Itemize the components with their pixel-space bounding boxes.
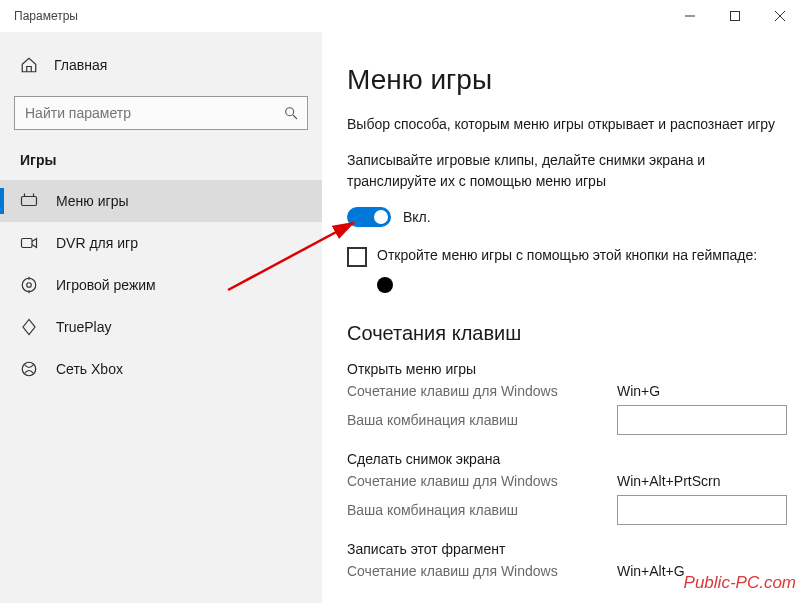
- svg-rect-6: [22, 197, 37, 206]
- sidebar-item-label: Сеть Xbox: [56, 361, 123, 377]
- shortcut-win-value: Win+G: [617, 383, 660, 399]
- shortcut-title: Сделать снимок экрана: [347, 451, 792, 467]
- shortcut-user-label: Ваша комбинация клавиш: [347, 412, 617, 428]
- gamepad-checkbox[interactable]: [347, 247, 367, 267]
- game-bar-toggle[interactable]: [347, 207, 391, 227]
- trueplay-icon: [20, 318, 38, 336]
- home-icon: [20, 56, 38, 74]
- sidebar-home[interactable]: Главная: [0, 46, 322, 84]
- sidebar-item-game-bar[interactable]: Меню игры: [0, 180, 322, 222]
- svg-rect-9: [22, 239, 33, 248]
- shortcut-user-label: Ваша комбинация клавиш: [347, 502, 617, 518]
- xbox-button-icon: [377, 277, 393, 293]
- sidebar-item-label: Меню игры: [56, 193, 129, 209]
- shortcut-win-label: Сочетание клавиш для Windows: [347, 473, 617, 489]
- sidebar-section-title: Игры: [0, 142, 322, 180]
- page-description-2: Записывайте игровые клипы, делайте снимк…: [347, 150, 787, 191]
- sidebar: Главная Игры Меню игры DVR для игр И: [0, 32, 322, 603]
- svg-rect-1: [730, 12, 739, 21]
- search-icon: [283, 105, 299, 121]
- svg-point-11: [27, 283, 32, 288]
- shortcut-group-screenshot: Сделать снимок экрана Сочетание клавиш д…: [347, 451, 792, 525]
- sidebar-item-xbox-network[interactable]: Сеть Xbox: [0, 348, 322, 390]
- sidebar-item-trueplay[interactable]: TruePlay: [0, 306, 322, 348]
- svg-point-10: [22, 278, 36, 292]
- shortcut-win-value: Win+Alt+G: [617, 563, 685, 579]
- page-description-1: Выбор способа, которым меню игры открыва…: [347, 114, 787, 134]
- game-bar-toggle-row: Вкл.: [347, 207, 792, 227]
- window-controls: [667, 1, 802, 31]
- svg-point-14: [22, 362, 36, 376]
- svg-line-5: [293, 115, 297, 119]
- xbox-icon: [20, 360, 38, 378]
- sidebar-item-label: DVR для игр: [56, 235, 138, 251]
- search-input[interactable]: [25, 105, 283, 121]
- sidebar-item-game-mode[interactable]: Игровой режим: [0, 264, 322, 306]
- svg-point-4: [286, 108, 294, 116]
- sidebar-item-game-dvr[interactable]: DVR для игр: [0, 222, 322, 264]
- game-bar-toggle-label: Вкл.: [403, 209, 431, 225]
- dvr-icon: [20, 234, 38, 252]
- shortcut-title: Записать этот фрагмент: [347, 541, 792, 557]
- game-bar-icon: [20, 192, 38, 210]
- shortcut-title: Открыть меню игры: [347, 361, 792, 377]
- sidebar-home-label: Главная: [54, 57, 107, 73]
- titlebar: Параметры: [0, 0, 812, 32]
- maximize-button[interactable]: [712, 1, 757, 31]
- page-title: Меню игры: [347, 64, 792, 96]
- sidebar-item-label: Игровой режим: [56, 277, 156, 293]
- search-box[interactable]: [14, 96, 308, 130]
- sidebar-item-label: TruePlay: [56, 319, 112, 335]
- shortcut-user-input[interactable]: [617, 495, 787, 525]
- game-mode-icon: [20, 276, 38, 294]
- gamepad-checkbox-row: Откройте меню игры с помощью этой кнопки…: [347, 247, 787, 267]
- shortcuts-heading: Сочетания клавиш: [347, 322, 792, 345]
- shortcut-win-value: Win+Alt+PrtScrn: [617, 473, 720, 489]
- shortcut-group-open: Открыть меню игры Сочетание клавиш для W…: [347, 361, 792, 435]
- watermark: Public-PC.com: [684, 573, 796, 593]
- minimize-button[interactable]: [667, 1, 712, 31]
- shortcut-win-label: Сочетание клавиш для Windows: [347, 563, 617, 579]
- close-button[interactable]: [757, 1, 802, 31]
- shortcut-user-input[interactable]: [617, 405, 787, 435]
- main-panel: Меню игры Выбор способа, которым меню иг…: [322, 32, 812, 603]
- shortcut-win-label: Сочетание клавиш для Windows: [347, 383, 617, 399]
- gamepad-checkbox-label: Откройте меню игры с помощью этой кнопки…: [377, 247, 757, 263]
- window-title: Параметры: [10, 9, 78, 23]
